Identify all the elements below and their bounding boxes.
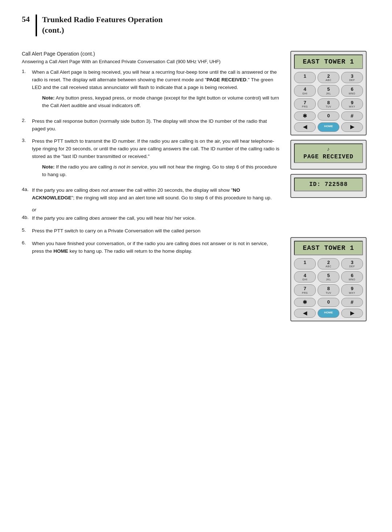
key-7prs[interactable]: 7PRS xyxy=(294,98,316,110)
keypad-row-2: 4GHI 5JKL 6MNO xyxy=(294,85,363,96)
step-1-num: 1. xyxy=(22,69,32,74)
radio-spacer-3 xyxy=(290,226,370,233)
step-2-text: Press the call response button (normally… xyxy=(32,118,279,133)
key-b-2abc[interactable]: 2ABC xyxy=(318,258,339,269)
page-container: 54 Trunked Radio Features Operation (con… xyxy=(22,15,370,321)
radio-display-page-received: ♪ PAGE RECEIVED xyxy=(294,143,363,163)
text-column: Call Alert Page Operation (cont.) Answer… xyxy=(22,51,279,260)
radio-spacer xyxy=(290,202,370,210)
step-list: 1. When a Call Alert page is being recei… xyxy=(22,69,279,255)
vertical-divider xyxy=(36,15,37,36)
music-note-icon: ♪ xyxy=(327,146,330,152)
section-title: Call Alert Page Operation (cont.) xyxy=(22,51,279,57)
key-home-top[interactable]: HOME xyxy=(318,122,339,131)
keypad-b-row-3: 7PRS 8TUV 9WXY xyxy=(294,284,363,296)
step-6-text: When you have finished your conversation… xyxy=(32,240,279,255)
key-b-1[interactable]: 1 xyxy=(294,258,316,269)
radio-device-top: EAST TOWER 1 1 2ABC 3DEF 4GHI 5JKL 6MNO … xyxy=(290,51,367,135)
step-1-note: Note: Any button press, keypad press, or… xyxy=(42,94,279,110)
step-2-num: 2. xyxy=(22,118,32,123)
step-4a-num: 4a. xyxy=(22,187,32,192)
radio-keypad-top: 1 2ABC 3DEF 4GHI 5JKL 6MNO 7PRS 8TUV 9WX… xyxy=(294,72,363,132)
radio-column: EAST TOWER 1 1 2ABC 3DEF 4GHI 5JKL 6MNO … xyxy=(290,51,370,321)
key-0[interactable]: 0 xyxy=(318,111,339,121)
radio-display-top: EAST TOWER 1 xyxy=(294,54,363,69)
main-content: Call Alert Page Operation (cont.) Answer… xyxy=(22,51,370,321)
step-4b-text: If the party you are calling does answer… xyxy=(32,215,279,222)
radio-id-device: ID: 722588 xyxy=(290,174,367,198)
key-9wxy[interactable]: 9WXY xyxy=(341,98,363,110)
keypad-b-row-2: 4GHI 5JKL 6MNO xyxy=(294,271,363,283)
step-6-num: 6. xyxy=(22,240,32,245)
radio-device-bottom: EAST TOWER 1 1 2ABC 3DEF 4GHI 5JKL 6MNO … xyxy=(290,237,367,322)
key-left-arrow[interactable]: ◀ xyxy=(294,122,316,131)
key-home-bottom[interactable]: HOME xyxy=(318,309,339,318)
key-2abc[interactable]: 2ABC xyxy=(318,72,339,83)
key-8tuv[interactable]: 8TUV xyxy=(318,98,339,110)
key-b-6mno[interactable]: 6MNO xyxy=(341,271,363,283)
bold-page-received: PAGE RECEIVED xyxy=(207,77,246,82)
key-b-left-arrow[interactable]: ◀ xyxy=(294,309,316,318)
step-4b-num: 4b. xyxy=(22,215,32,220)
step-1: 1. When a Call Alert page is being recei… xyxy=(22,69,279,113)
key-4ghi[interactable]: 4GHI xyxy=(294,85,316,96)
step-3-note: Note: If the radio you are calling is no… xyxy=(42,163,279,179)
key-b-9wxy[interactable]: 9WXY xyxy=(341,284,363,296)
radio-page-received-device: ♪ PAGE RECEIVED xyxy=(290,140,367,170)
key-b-star[interactable]: ✱ xyxy=(294,298,316,307)
radio-display-id: ID: 722588 xyxy=(294,178,363,191)
page-received-text: PAGE RECEIVED xyxy=(303,154,354,160)
key-star[interactable]: ✱ xyxy=(294,111,316,121)
step-5-num: 5. xyxy=(22,227,32,233)
key-b-5jkl[interactable]: 5JKL xyxy=(318,271,339,283)
keypad-row-4: ✱ 0 # xyxy=(294,111,363,121)
keypad-row-5: ◀ HOME ▶ xyxy=(294,122,363,131)
step-3: 3. Press the PTT switch to transmit the … xyxy=(22,138,279,182)
keypad-b-row-5: ◀ HOME ▶ xyxy=(294,309,363,318)
radio-spacer-2 xyxy=(290,214,370,221)
step-4b: 4b. If the party you are calling does an… xyxy=(22,215,279,222)
step-5-text: Press the PTT switch to carry on a Priva… xyxy=(32,227,279,235)
or-divider: or xyxy=(32,207,279,212)
key-b-7prs[interactable]: 7PRS xyxy=(294,284,316,296)
step-5: 5. Press the PTT switch to carry on a Pr… xyxy=(22,227,279,235)
key-3def[interactable]: 3DEF xyxy=(341,72,363,83)
key-right-arrow[interactable]: ▶ xyxy=(341,122,363,131)
key-b-8tuv[interactable]: 8TUV xyxy=(318,284,339,296)
key-b-4ghi[interactable]: 4GHI xyxy=(294,271,316,283)
radio-keypad-bottom: 1 2ABC 3DEF 4GHI 5JKL 6MNO 7PRS 8TUV 9WX… xyxy=(294,258,363,318)
page-header: 54 Trunked Radio Features Operation (con… xyxy=(22,15,370,40)
keypad-b-row-4: ✱ 0 # xyxy=(294,298,363,307)
section-subtitle: Answering a Call Alert Page With an Enha… xyxy=(22,59,279,64)
key-hash[interactable]: # xyxy=(341,111,363,121)
key-5jkl[interactable]: 5JKL xyxy=(318,85,339,96)
step-6: 6. When you have finished your conversat… xyxy=(22,240,279,255)
keypad-row-3: 7PRS 8TUV 9WXY xyxy=(294,98,363,110)
step-2: 2. Press the call response button (norma… xyxy=(22,118,279,133)
step-3-text: Press the PTT switch to transmit the ID … xyxy=(32,138,279,182)
step-1-text: When a Call Alert page is being received… xyxy=(32,69,279,113)
key-b-hash[interactable]: # xyxy=(341,298,363,307)
key-b-0[interactable]: 0 xyxy=(318,298,339,307)
radio-display-bottom: EAST TOWER 1 xyxy=(294,241,363,255)
key-b-right-arrow[interactable]: ▶ xyxy=(341,309,363,318)
step-4a: 4a. If the party you are calling does no… xyxy=(22,187,279,202)
key-1[interactable]: 1 xyxy=(294,72,316,83)
keypad-row-1: 1 2ABC 3DEF xyxy=(294,72,363,83)
page-title: Trunked Radio Features Operation (cont.) xyxy=(42,15,163,35)
key-6mno[interactable]: 6MNO xyxy=(341,85,363,96)
keypad-b-row-1: 1 2ABC 3DEF xyxy=(294,258,363,269)
key-b-3def[interactable]: 3DEF xyxy=(341,258,363,269)
step-3-num: 3. xyxy=(22,138,32,143)
page-number: 54 xyxy=(22,15,30,24)
step-4a-text: If the party you are calling does not an… xyxy=(32,187,279,202)
